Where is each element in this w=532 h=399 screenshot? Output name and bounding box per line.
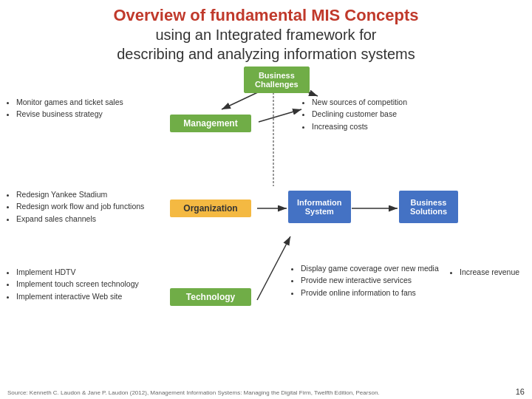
right-bullet-2: Declining customer base: [312, 108, 407, 120]
page-number: 16: [516, 387, 525, 396]
left-bullet-3-3: Implement interactive Web site: [16, 290, 155, 302]
bc-line1: Business: [259, 71, 295, 80]
left-bullets-group-2: Redesign Yankee Stadium Redesign work fl…: [7, 188, 155, 225]
left-bullet-2-2: Redesign work flow and job functions: [16, 200, 155, 212]
bottom-bullet-2: Provide new interactive services: [301, 274, 440, 286]
increase-revenue: Increase revenue: [451, 266, 519, 278]
left-bullet-2-1: Redesign Yankee Stadium: [16, 188, 155, 200]
biz-sol-line1: Business: [411, 198, 447, 207]
business-solutions-box: Business Solutions: [399, 191, 458, 223]
source-text: Source: Kenneth C. Laudon & Jane P. Laud…: [7, 389, 380, 396]
bottom-bullet-3: Provide online information to fans: [301, 287, 440, 299]
title-line1: Overview of fundamental MIS Concepts: [0, 6, 532, 25]
technology-box: Technology: [170, 288, 251, 306]
svg-line-3: [259, 109, 301, 122]
title-block: Overview of fundamental MIS Concepts usi…: [0, 6, 532, 64]
left-bullets-group-1: Monitor games and ticket sales Revise bu…: [7, 96, 144, 120]
bc-line2: Challenges: [255, 80, 299, 89]
info-sys-line1: Information: [297, 198, 342, 207]
organization-box: Organization: [170, 200, 251, 217]
title-line2: using an Integrated framework for: [0, 25, 532, 44]
management-box: Management: [170, 115, 251, 132]
biz-sol-line2: Solutions: [410, 207, 447, 216]
svg-line-6: [257, 236, 290, 300]
right-bullets-top: New sources of competition Declining cus…: [303, 96, 407, 132]
left-bullets-group-3: Implement HDTV Implement touch screen te…: [7, 266, 155, 302]
title-line3: describing and analyzing information sys…: [0, 44, 532, 64]
business-challenges-box: Business Challenges: [244, 66, 310, 93]
left-bullet-3-1: Implement HDTV: [16, 266, 155, 278]
bottom-bullet-1: Display game coverage over new media: [301, 262, 440, 274]
left-bullet-3-2: Implement touch screen technology: [16, 278, 155, 290]
info-sys-line2: System: [305, 207, 334, 216]
increase-rev-item: Increase revenue: [460, 266, 519, 278]
bottom-right-bullets: Display game coverage over new media Pro…: [292, 262, 440, 299]
right-bullet-3: Increasing costs: [312, 120, 407, 132]
left-bullet-1-2: Revise business strategy: [16, 108, 144, 120]
left-bullet-2-3: Expand sales channels: [16, 213, 155, 225]
information-system-box: Information System: [288, 191, 351, 223]
right-bullet-1: New sources of competition: [312, 96, 407, 108]
left-bullet-1-1: Monitor games and ticket sales: [16, 96, 144, 108]
